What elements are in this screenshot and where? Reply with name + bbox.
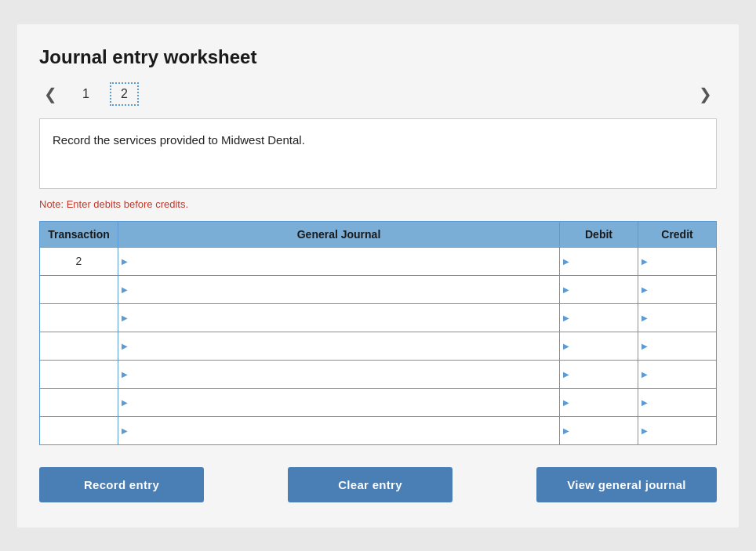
debit-cell[interactable] [560, 388, 638, 416]
table-row [40, 303, 717, 332]
table-row [40, 275, 717, 303]
transaction-cell [40, 360, 118, 388]
col-general-journal: General Journal [118, 221, 560, 247]
nav-tab-1[interactable]: 1 [76, 84, 96, 104]
main-container: Journal entry worksheet ❮ 1 2 ❯ Record t… [17, 24, 739, 527]
general-journal-input[interactable] [123, 276, 554, 303]
col-credit: Credit [638, 221, 717, 247]
table-header-row: Transaction General Journal Debit Credit [40, 221, 717, 247]
debit-cell[interactable] [560, 247, 638, 275]
nav-row: ❮ 1 2 ❯ [39, 82, 717, 106]
debit-input[interactable] [565, 361, 633, 388]
next-arrow[interactable]: ❯ [694, 83, 717, 105]
general-journal-cell[interactable] [118, 247, 560, 275]
credit-input[interactable] [643, 417, 711, 444]
credit-input[interactable] [643, 361, 711, 388]
credit-input[interactable] [643, 248, 711, 275]
table-row [40, 360, 717, 388]
credit-input[interactable] [643, 304, 711, 332]
debit-cell[interactable] [560, 332, 638, 360]
general-journal-cell[interactable] [118, 388, 560, 416]
transaction-cell [40, 332, 118, 360]
general-journal-cell[interactable] [118, 416, 560, 444]
general-journal-cell[interactable] [118, 360, 560, 388]
debit-cell[interactable] [560, 360, 638, 388]
debit-input[interactable] [565, 417, 633, 444]
general-journal-input[interactable] [123, 417, 554, 444]
journal-table: Transaction General Journal Debit Credit… [39, 221, 717, 445]
general-journal-input[interactable] [123, 389, 554, 416]
clear-entry-button[interactable]: Clear entry [288, 467, 453, 502]
table-row [40, 416, 717, 444]
credit-cell[interactable] [638, 303, 717, 332]
transaction-cell [40, 388, 118, 416]
debit-input[interactable] [565, 276, 633, 303]
credit-input[interactable] [643, 389, 711, 416]
prev-arrow[interactable]: ❮ [39, 83, 62, 105]
general-journal-cell[interactable] [118, 332, 560, 360]
credit-cell[interactable] [638, 388, 717, 416]
button-row: Record entry Clear entry View general jo… [39, 467, 717, 502]
general-journal-cell[interactable] [118, 275, 560, 303]
general-journal-input[interactable] [123, 361, 554, 388]
debit-cell[interactable] [560, 303, 638, 332]
table-row [40, 332, 717, 360]
transaction-cell [40, 303, 118, 332]
debit-input[interactable] [565, 332, 633, 360]
col-transaction: Transaction [40, 221, 118, 247]
table-row: 2 [40, 247, 717, 275]
transaction-cell [40, 416, 118, 444]
credit-input[interactable] [643, 276, 711, 303]
credit-cell[interactable] [638, 275, 717, 303]
description-text: Record the services provided to Midwest … [53, 133, 305, 147]
credit-cell[interactable] [638, 247, 717, 275]
credit-input[interactable] [643, 332, 711, 360]
credit-cell[interactable] [638, 360, 717, 388]
nav-tab-2[interactable]: 2 [110, 82, 139, 106]
page-title: Journal entry worksheet [39, 46, 717, 68]
credit-cell[interactable] [638, 416, 717, 444]
record-entry-button[interactable]: Record entry [39, 467, 204, 502]
debit-cell[interactable] [560, 416, 638, 444]
general-journal-input[interactable] [123, 248, 554, 275]
transaction-cell [40, 275, 118, 303]
debit-input[interactable] [565, 389, 633, 416]
general-journal-cell[interactable] [118, 303, 560, 332]
credit-cell[interactable] [638, 332, 717, 360]
description-box: Record the services provided to Midwest … [39, 118, 717, 189]
general-journal-input[interactable] [123, 332, 554, 360]
note-text: Note: Enter debits before credits. [39, 198, 717, 210]
debit-input[interactable] [565, 304, 633, 332]
general-journal-input[interactable] [123, 304, 554, 332]
debit-input[interactable] [565, 248, 633, 275]
debit-cell[interactable] [560, 275, 638, 303]
col-debit: Debit [560, 221, 638, 247]
table-row [40, 388, 717, 416]
view-general-journal-button[interactable]: View general journal [536, 467, 717, 502]
transaction-cell: 2 [40, 247, 118, 275]
